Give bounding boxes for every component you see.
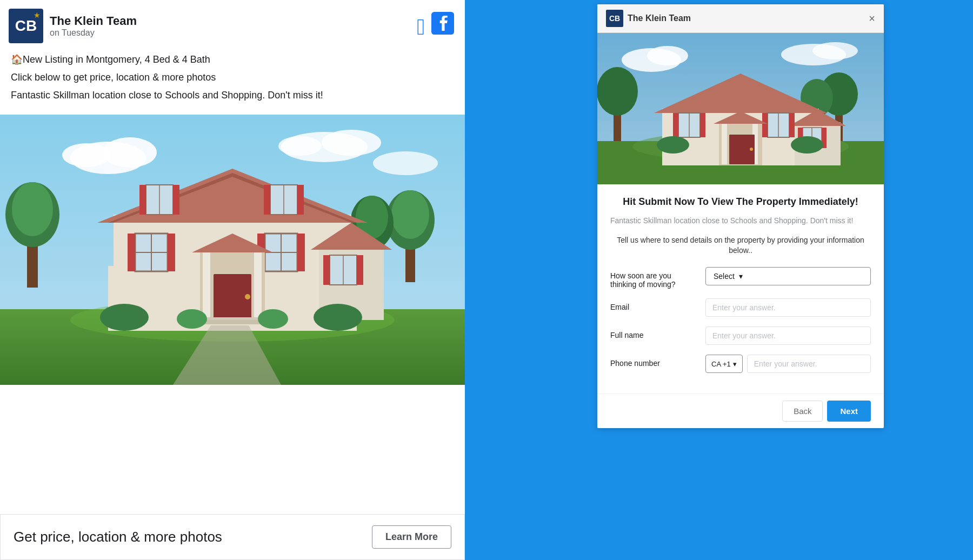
lead-form-card: CB The Klein Team ×: [597, 4, 884, 428]
post-header: CB ★ The Klein Team on Tuesday : [0, 0, 465, 50]
email-input-container: [705, 298, 871, 317]
svg-point-91: [750, 148, 753, 151]
svg-rect-84: [762, 113, 768, 137]
phone-field: Phone number CA +1 ▾: [610, 355, 871, 373]
svg-point-49: [245, 294, 250, 299]
moving-select[interactable]: Select ▾: [705, 267, 871, 285]
svg-rect-30: [168, 234, 175, 271]
learn-more-button[interactable]: Learn More: [372, 525, 451, 549]
submit-button[interactable]: Next: [827, 401, 871, 422]
form-logo: CB: [606, 10, 623, 27]
svg-point-56: [100, 304, 149, 331]
svg-rect-42: [264, 185, 270, 215]
brand-text: The Klein Team on Tuesday: [50, 14, 137, 38]
email-label: Email: [610, 298, 697, 311]
svg-point-8: [373, 151, 438, 175]
cta-bar: Get price, location & more photos Learn …: [0, 514, 465, 560]
svg-rect-54: [323, 255, 330, 285]
svg-point-58: [177, 309, 207, 329]
svg-rect-81: [700, 113, 705, 137]
svg-rect-55: [357, 255, 363, 285]
svg-point-7: [278, 136, 322, 156]
phone-field-group: CA +1 ▾: [705, 355, 871, 373]
facebook-post-panel: CB ★ The Klein Team on Tuesday  🏠New Li…: [0, 0, 465, 560]
svg-point-3: [103, 137, 157, 168]
svg-point-59: [258, 309, 288, 329]
svg-rect-35: [297, 234, 305, 271]
form-header: CB The Klein Team ×: [597, 4, 884, 33]
svg-rect-38: [139, 185, 146, 215]
email-input[interactable]: [705, 298, 871, 317]
phone-input-container: CA +1 ▾: [705, 355, 871, 373]
facebook-icon[interactable]: : [417, 12, 454, 40]
form-panel: CB The Klein Team ×: [465, 0, 973, 560]
form-title: Hit Submit Now To View The Property Imme…: [610, 195, 871, 208]
svg-rect-47: [254, 252, 262, 317]
svg-point-67: [597, 67, 638, 116]
svg-rect-51: [200, 320, 265, 324]
fullname-input-container: [705, 326, 871, 345]
brand-sub: on Tuesday: [50, 28, 137, 38]
svg-point-65: [812, 42, 858, 59]
svg-point-63: [647, 46, 688, 65]
svg-point-57: [314, 304, 362, 331]
coldwell-banker-logo: CB ★: [9, 9, 43, 43]
back-button[interactable]: Back: [782, 401, 823, 422]
phone-label: Phone number: [610, 355, 697, 368]
moving-input-container: Select ▾: [705, 267, 871, 285]
svg-rect-43: [297, 185, 304, 215]
svg-point-6: [322, 130, 381, 156]
svg-rect-85: [789, 113, 795, 137]
post-line1: 🏠New Listing in Montgomery, 4 Bed & 4 Ba…: [11, 53, 454, 66]
property-image: [0, 115, 465, 385]
svg-rect-46: [203, 252, 210, 317]
fullname-input[interactable]: [705, 326, 871, 345]
svg-rect-80: [673, 113, 678, 137]
email-field: Email: [610, 298, 871, 317]
form-footer: Back Next: [597, 394, 884, 428]
post-line2: Click below to get price, location & mor…: [11, 71, 454, 84]
close-button[interactable]: ×: [869, 13, 875, 24]
svg-point-14: [391, 190, 429, 239]
svg-point-96: [657, 136, 689, 154]
country-select[interactable]: CA +1 ▾: [705, 355, 743, 373]
fullname-label: Full name: [610, 326, 697, 339]
svg-point-4: [62, 143, 111, 167]
form-body: Hit Submit Now To View The Property Imme…: [597, 184, 884, 394]
chevron-down-icon: ▾: [739, 272, 743, 281]
svg-rect-29: [128, 234, 135, 271]
moving-label: How soon are you thinking of moving?: [610, 267, 697, 289]
svg-point-11: [12, 182, 53, 236]
fullname-field: Full name: [610, 326, 871, 345]
post-text: 🏠New Listing in Montgomery, 4 Bed & 4 Ba…: [0, 50, 465, 115]
chevron-down-icon: ▾: [733, 360, 737, 368]
svg-rect-39: [173, 185, 179, 215]
svg-rect-88: [722, 124, 727, 164]
cta-text: Get price, location & more photos: [14, 529, 222, 545]
phone-input[interactable]: [747, 355, 871, 373]
form-property-photo: [597, 33, 884, 184]
post-line3: Fantastic Skillman location close to Sch…: [11, 89, 454, 102]
brand-section: CB ★ The Klein Team on Tuesday: [9, 9, 137, 43]
form-brand-name: The Klein Team: [628, 14, 691, 23]
form-description: Fantastic Skillman location close to Sch…: [610, 216, 871, 226]
moving-field: How soon are you thinking of moving? Sel…: [610, 267, 871, 289]
svg-point-97: [791, 136, 823, 154]
brand-name: The Klein Team: [50, 14, 137, 28]
form-instruction: Tell us where to send details on the pro…: [610, 235, 871, 256]
form-brand: CB The Klein Team: [606, 10, 691, 27]
